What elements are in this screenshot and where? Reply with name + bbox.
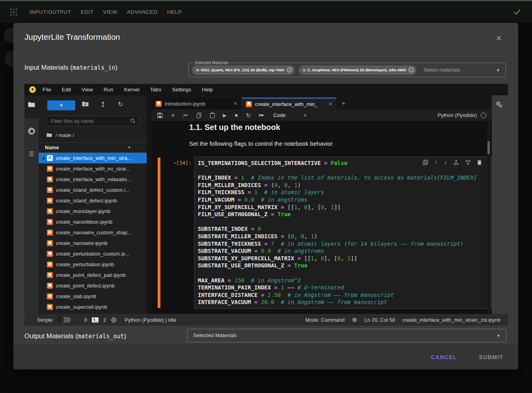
- cut-icon[interactable]: ✂: [183, 112, 188, 118]
- name-column-header[interactable]: Name: [45, 145, 59, 150]
- app-menu-item[interactable]: VIEW: [103, 9, 118, 15]
- file-list-item[interactable]: create_supercell.ipynb: [39, 302, 147, 312]
- paste-icon[interactable]: [210, 113, 215, 118]
- file-list-item[interactable]: create_nanowire.ipynb: [39, 238, 147, 248]
- code-token: =: [231, 174, 241, 181]
- file-list-item[interactable]: create_perturbation.ipynb: [39, 259, 147, 270]
- file-list-item[interactable]: create_interface_with_no_strai...: [39, 163, 147, 174]
- notebook-content[interactable]: 1.1. Set up the notebook Set the followi…: [152, 121, 492, 314]
- file-list-item[interactable]: create_perturbation_custom.ip...: [39, 248, 147, 259]
- file-list-item[interactable]: create_point_defect.ipynb: [39, 280, 147, 291]
- filter-files-input[interactable]: [47, 116, 140, 126]
- running-kernels-icon[interactable]: [28, 128, 35, 135]
- file-list-item[interactable]: create_slab.ipynb: [39, 291, 147, 302]
- move-cell-up-icon[interactable]: ↑: [435, 159, 437, 165]
- chevron-down-icon[interactable]: ∨: [304, 113, 307, 118]
- run-all-icon[interactable]: ▶▶: [259, 113, 264, 117]
- shield-x-icon[interactable]: ⊗: [352, 316, 357, 323]
- chevron-down-icon[interactable]: ▼: [496, 68, 500, 72]
- file-list-item[interactable]: create_island_defect.ipynb: [39, 195, 147, 206]
- new-launcher-button[interactable]: +: [47, 100, 75, 110]
- chip-delete-icon[interactable]: ✕: [408, 67, 414, 73]
- insert-cell-below-icon[interactable]: [465, 160, 471, 165]
- app-menu-item[interactable]: EDIT: [81, 9, 94, 15]
- material-chip[interactable]: 0: SiO2, Quartz, HEX (P3_121) 3D (Bulk),…: [192, 65, 295, 75]
- cell-collapse-bar[interactable]: [158, 158, 160, 308]
- delete-cell-icon[interactable]: [477, 160, 482, 165]
- new-folder-icon[interactable]: [82, 101, 89, 107]
- code-line: SUBSTRATE_INDEX = 0: [198, 225, 488, 233]
- file-name: create_island_defect.ipynb: [56, 198, 117, 204]
- code-line: FILM_VACUUM = 0.0 # in angstroms: [198, 196, 488, 204]
- output-materials-select[interactable]: Selected Materials ▼: [187, 329, 506, 342]
- jupyter-menu-item[interactable]: Settings: [172, 87, 191, 93]
- insert-cell-above-icon[interactable]: [454, 160, 459, 165]
- scrollbar[interactable]: [487, 121, 490, 314]
- app-menu-item[interactable]: HELP: [167, 9, 182, 15]
- file-name: create_monolayer.ipynb: [56, 208, 110, 214]
- right-panel-strip: ⚙⚙: [492, 95, 508, 314]
- app-logo-icon[interactable]: [9, 8, 18, 17]
- file-list-item[interactable]: create_island_defect_custom.i...: [39, 185, 147, 195]
- material-chip[interactable]: 1: C, Graphene, HEX (P6/mmm) 2D (Monolay…: [299, 65, 417, 75]
- jupyter-menu-item[interactable]: Help: [202, 87, 213, 93]
- stop-icon[interactable]: ■: [235, 113, 238, 118]
- select-materials-placeholder[interactable]: Select materials: [424, 67, 460, 73]
- restart-kernel-icon[interactable]: ↻: [246, 112, 251, 118]
- refresh-icon[interactable]: ↻: [118, 100, 123, 108]
- jupyter-menu-item[interactable]: View: [82, 87, 93, 93]
- jupyter-menu-item[interactable]: Edit: [62, 87, 71, 93]
- kernels-count[interactable]: 2: [103, 317, 106, 323]
- cursor-position[interactable]: Ln 20, Col 58: [365, 317, 395, 323]
- jupyter-menu-item[interactable]: File: [43, 87, 51, 93]
- kernel-name[interactable]: Python (Pyodide): [437, 112, 477, 118]
- file-list-item[interactable]: create_monolayer.ipynb: [39, 206, 147, 217]
- breadcrumb[interactable]: / made /: [47, 132, 74, 139]
- move-cell-down-icon[interactable]: ↓: [444, 159, 447, 165]
- file-list-item[interactable]: create_interface_with_min_stra...: [39, 153, 147, 163]
- sort-ascending-icon[interactable]: ▲: [128, 145, 131, 149]
- file-browser-icon[interactable]: [24, 102, 39, 108]
- jupyter-menu-item[interactable]: Run: [104, 87, 113, 93]
- code-token: [[: [288, 204, 294, 210]
- file-list-header[interactable]: Name ▲ ⋯: [39, 143, 147, 153]
- save-icon[interactable]: [157, 113, 163, 118]
- cancel-button[interactable]: CANCEL: [428, 354, 459, 361]
- confirm-check-icon[interactable]: [512, 7, 522, 17]
- chip-delete-icon[interactable]: ✕: [286, 67, 292, 73]
- kernel-status-text[interactable]: Python (Pyodide) | Idle: [125, 317, 176, 323]
- scrollbar-thumb[interactable]: [487, 141, 490, 154]
- kernel-status-icon[interactable]: [481, 113, 486, 118]
- run-icon[interactable]: ▶: [223, 113, 227, 118]
- ellipsis-icon[interactable]: ⋯: [140, 144, 144, 150]
- file-list-item[interactable]: create_point_defect_pair.ipynb: [39, 270, 147, 280]
- copy-icon[interactable]: [197, 113, 202, 118]
- new-tab-button[interactable]: +: [339, 99, 348, 108]
- table-of-contents-icon[interactable]: ☰: [24, 150, 39, 158]
- tab-introduction[interactable]: Introduction.ipynb ✕: [152, 98, 242, 109]
- duplicate-cell-icon[interactable]: [423, 160, 428, 165]
- mode-indicator[interactable]: Mode: Command: [305, 317, 345, 323]
- lightbulb-icon[interactable]: [29, 86, 36, 93]
- selected-materials-field[interactable]: Selected Materials 0: SiO2, Quartz, HEX …: [188, 63, 506, 77]
- tab-close-icon[interactable]: ✕: [230, 101, 237, 106]
- simple-mode-toggle[interactable]: [58, 317, 71, 323]
- code-editor[interactable]: IS_TERMINATIONS_SELECTION_INTERACTIVE = …: [194, 157, 491, 309]
- settings-gears-icon[interactable]: ⚙⚙: [496, 100, 504, 107]
- tab-create-interface[interactable]: create_interface_with_min_ ✕: [242, 98, 336, 109]
- file-list-item[interactable]: create_nanoribbon.ipynb: [39, 217, 147, 227]
- app-menu-item[interactable]: INPUT/OUTPUT: [30, 9, 71, 15]
- notebook-file-icon: [246, 101, 252, 107]
- file-list-item[interactable]: create_nanowire_custom_shap...: [39, 227, 147, 238]
- app-menu-item[interactable]: ADVANCED: [127, 9, 158, 15]
- jupyter-menu-item[interactable]: Tabs: [150, 87, 162, 93]
- dialog-close-icon[interactable]: ✕: [496, 34, 502, 43]
- file-list-item[interactable]: create_interface_with_relaxatio...: [39, 174, 147, 185]
- cell-type-select[interactable]: Code: [273, 112, 285, 118]
- tab-close-icon[interactable]: ✕: [325, 102, 332, 107]
- insert-cell-icon[interactable]: +: [171, 112, 175, 119]
- terminals-count[interactable]: 0: [84, 317, 87, 323]
- jupyter-menu-item[interactable]: Kernel: [124, 87, 140, 93]
- upload-icon[interactable]: ↥: [100, 100, 106, 109]
- submit-button[interactable]: SUBMIT: [477, 354, 506, 361]
